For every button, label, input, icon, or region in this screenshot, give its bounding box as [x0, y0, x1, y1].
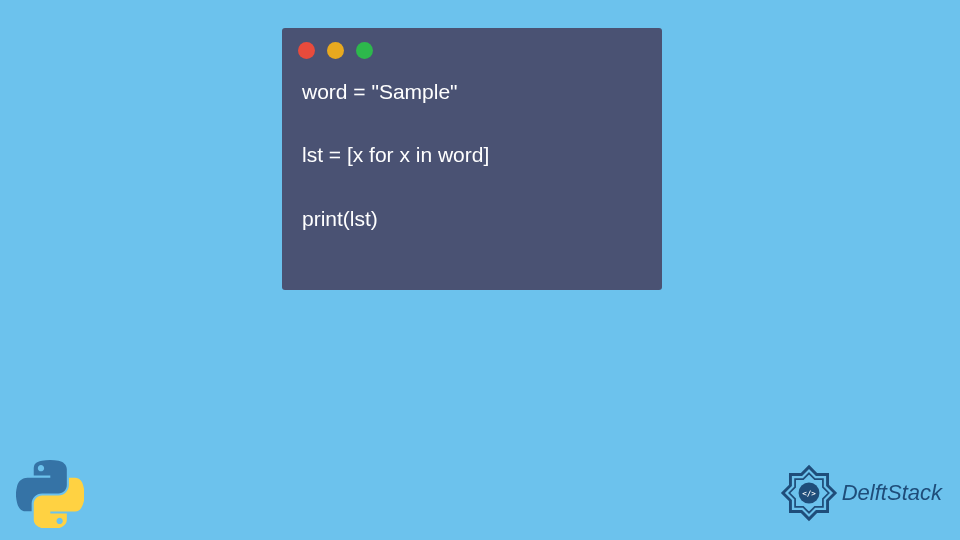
maximize-dot-icon — [356, 42, 373, 59]
svg-text:</>: </> — [802, 489, 816, 498]
window-traffic-lights — [282, 28, 662, 69]
minimize-dot-icon — [327, 42, 344, 59]
delftstack-badge-icon: </> — [780, 464, 838, 522]
close-dot-icon — [298, 42, 315, 59]
code-line-1: word = "Sample" — [302, 77, 642, 106]
code-line-3: print(lst) — [302, 204, 642, 233]
code-window: word = "Sample" lst = [x for x in word] … — [282, 28, 662, 290]
code-content: word = "Sample" lst = [x for x in word] … — [282, 69, 662, 251]
delftstack-brand-text: DelftStack — [842, 480, 942, 506]
delftstack-logo: </> DelftStack — [780, 464, 942, 522]
python-logo-icon — [16, 460, 84, 528]
code-line-2: lst = [x for x in word] — [302, 140, 642, 169]
